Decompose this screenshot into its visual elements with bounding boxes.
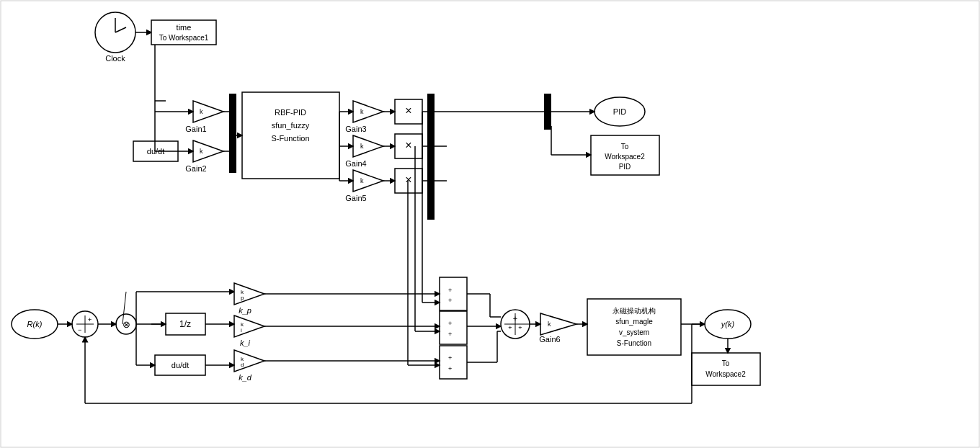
sum1-minus: − <box>78 326 81 333</box>
gain5-k: k <box>360 177 364 184</box>
z-inv-label: 1/z <box>179 319 191 329</box>
deriv2-label: du/dt <box>172 361 189 369</box>
maglev-label4: S-Function <box>617 339 651 347</box>
ws2pid-label2: Workspace2 <box>605 153 645 161</box>
final-sum-plus2: + <box>508 324 512 331</box>
sum-kp-plus1: + <box>448 287 452 294</box>
kp-k2: p <box>241 295 244 301</box>
clock-label: Clock <box>105 54 125 63</box>
svg-rect-64 <box>440 277 467 310</box>
gain3-label: Gain3 <box>345 125 366 133</box>
sum-ki-plus2: + <box>448 331 452 338</box>
kd-k2: d <box>241 362 244 368</box>
kd-label: k_d <box>239 373 252 382</box>
maglev-label3: v_system <box>619 328 649 336</box>
svg-rect-0 <box>0 0 980 448</box>
ws2pid-label3: PID <box>619 163 631 171</box>
workspace1-label: time <box>177 23 192 32</box>
sum-kd-plus1: + <box>448 354 452 362</box>
maglev-label1: 永磁操动机构 <box>612 307 656 315</box>
svg-rect-33 <box>427 94 435 220</box>
svg-rect-9 <box>229 94 236 173</box>
ws2-label1: To <box>722 359 730 367</box>
rbf-label3: S-Function <box>271 134 309 143</box>
ws2-label2: Workspace2 <box>705 370 746 378</box>
pid-output-label: PID <box>613 107 626 116</box>
yk-label: y(k) <box>721 320 735 328</box>
gain1-k: k <box>200 108 203 115</box>
gain3-k: k <box>360 108 364 115</box>
gain6-label: Gain6 <box>539 335 560 344</box>
workspace1-sublabel: To Workspace1 <box>159 34 209 42</box>
mult-junction: ⊗ <box>122 319 130 330</box>
gain2-label: Gain2 <box>185 164 206 173</box>
simulink-diagram: time To Workspace1 Clock k Gain1 k Gain2… <box>0 0 980 448</box>
ws2pid-label1: To <box>621 143 629 151</box>
gain2-k: k <box>200 148 203 155</box>
gain4-label: Gain4 <box>345 159 366 168</box>
kp-label: k_p <box>239 306 251 315</box>
svg-rect-92 <box>692 353 760 385</box>
rbf-label2: sfun_fuzzy <box>272 121 310 130</box>
rk-label: R(k) <box>27 320 43 328</box>
gain4-k: k <box>360 143 364 150</box>
mult2-symbol: × <box>405 139 411 151</box>
svg-rect-66 <box>440 346 467 379</box>
final-sum-plus3: + <box>518 324 522 331</box>
gain1-label: Gain1 <box>185 125 206 133</box>
sum-kd-plus2: + <box>448 365 452 372</box>
ki-label: k_i <box>240 339 251 347</box>
mult3-symbol: × <box>405 174 411 186</box>
rbf-label1: RBF-PID <box>275 108 306 117</box>
svg-rect-65 <box>440 311 467 344</box>
sum-kp-plus2: + <box>448 297 452 304</box>
gain5-label: Gain5 <box>345 194 366 202</box>
gain6-k: k <box>548 321 551 328</box>
sum-ki-plus1: + <box>448 320 452 327</box>
mult1-symbol: × <box>405 104 411 117</box>
maglev-label2: sfun_magle <box>615 318 653 326</box>
sum1-plus: + <box>88 316 92 323</box>
ki-k2: i <box>241 327 242 333</box>
